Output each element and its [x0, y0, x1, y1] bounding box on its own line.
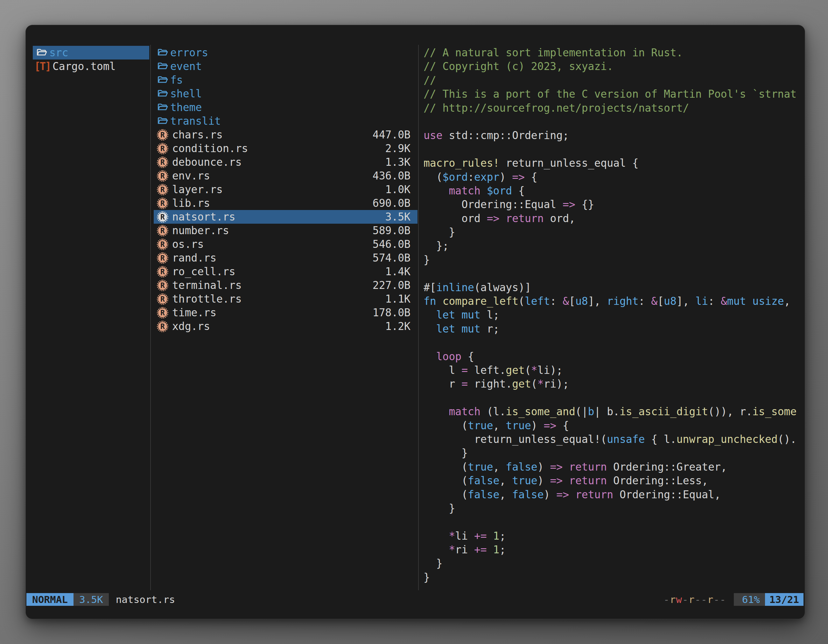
desktop-background: src[T]Cargo.toml errorseventfsshelltheme…	[0, 0, 828, 644]
code-line	[423, 115, 805, 128]
file-name: layer.rs	[172, 183, 223, 196]
file-row-translit[interactable]: translit	[154, 114, 417, 128]
code-line	[423, 336, 805, 349]
code-line: r = right.get(*ri);	[423, 377, 805, 391]
current-panel: errorseventfsshellthemetranslitRchars.rs…	[154, 46, 417, 333]
rust-file-icon: R	[157, 293, 168, 305]
folder-icon	[157, 61, 168, 72]
folder-icon	[157, 88, 168, 100]
code-line: (false, false) => return Ordering::Equal…	[423, 488, 805, 501]
file-name: condition.rs	[172, 142, 248, 155]
code-line: fn compare_left(left: &[u8], right: &[u8…	[423, 294, 805, 308]
file-row-throttle.rs[interactable]: Rthrottle.rs1.1K	[154, 292, 417, 306]
code-line	[423, 391, 805, 405]
parent-panel: src[T]Cargo.toml	[33, 46, 149, 73]
file-size: 690.0B	[373, 197, 416, 209]
file-size: 1.2K	[385, 320, 416, 332]
preview-panel: // A natural sort implementation in Rust…	[423, 46, 805, 591]
file-row-lib.rs[interactable]: Rlib.rs690.0B	[154, 196, 417, 210]
code-line: match (l.is_some_and(|b| b.is_ascii_digi…	[423, 405, 805, 418]
rust-file-icon: R	[157, 307, 168, 318]
cursor-position-badge: 13/21	[765, 593, 803, 606]
code-line: }	[423, 225, 805, 239]
code-line: use std::cmp::Ordering;	[423, 128, 805, 142]
file-row-terminal.rs[interactable]: Rterminal.rs227.0B	[154, 278, 417, 292]
file-size: 2.9K	[385, 142, 416, 155]
file-row-os.rs[interactable]: Ros.rs546.0B	[154, 237, 417, 251]
file-row-ro_cell.rs[interactable]: Rro_cell.rs1.4K	[154, 265, 417, 278]
file-size: 3.5K	[385, 211, 416, 223]
file-name: natsort.rs	[172, 211, 235, 223]
code-line: (true, false) => return Ordering::Greate…	[423, 460, 805, 474]
code-line: //	[423, 74, 805, 87]
code-line: }	[423, 501, 805, 515]
rust-file-icon: R	[157, 129, 168, 141]
code-line: // A natural sort implementation in Rust…	[423, 46, 805, 60]
rust-file-icon: R	[157, 184, 168, 195]
file-name: xdg.rs	[172, 320, 210, 332]
code-line: let mut l;	[423, 308, 805, 322]
file-name: chars.rs	[172, 128, 223, 141]
file-row-condition.rs[interactable]: Rcondition.rs2.9K	[154, 142, 417, 155]
code-line: loop {	[423, 350, 805, 364]
code-line: (true, true) => {	[423, 419, 805, 432]
file-size: 1.0K	[385, 183, 416, 196]
code-line: ($ord:expr) => {	[423, 170, 805, 184]
file-row-env.rs[interactable]: Renv.rs436.0B	[154, 169, 417, 183]
code-line: };	[423, 239, 805, 253]
code-line: *ri += 1;	[423, 543, 805, 556]
file-name: debounce.rs	[172, 156, 242, 168]
code-line: // http://sourcefrog.net/projects/natsor…	[423, 101, 805, 115]
code-line: #[inline(always)]	[423, 280, 805, 294]
file-row-xdg.rs[interactable]: Rxdg.rs1.2K	[154, 320, 417, 333]
file-row-event[interactable]: event	[154, 60, 417, 73]
file-row-debounce.rs[interactable]: Rdebounce.rs1.3K	[154, 155, 417, 169]
file-row-number.rs[interactable]: Rnumber.rs589.0B	[154, 224, 417, 237]
status-filename: natsort.rs	[116, 594, 175, 605]
file-row-src[interactable]: src	[33, 46, 149, 60]
file-name: os.rs	[172, 238, 204, 251]
rust-file-icon: R	[157, 197, 168, 209]
rust-file-icon: R	[157, 252, 168, 264]
file-name: theme	[170, 101, 202, 114]
file-name: errors	[170, 47, 208, 59]
file-name: event	[170, 60, 202, 72]
file-name: number.rs	[172, 224, 229, 237]
file-row-time.rs[interactable]: Rtime.rs178.0B	[154, 306, 417, 320]
code-line: let mut r;	[423, 322, 805, 336]
folder-icon	[157, 102, 168, 113]
code-line: }	[423, 570, 805, 584]
folder-icon	[157, 47, 168, 58]
code-line: // Copyright (c) 2023, sxyazi.	[423, 60, 805, 73]
file-size: 1.1K	[385, 293, 416, 305]
file-row-shell[interactable]: shell	[154, 87, 417, 100]
file-name: time.rs	[172, 306, 216, 319]
file-size: 589.0B	[373, 224, 416, 237]
file-row-theme[interactable]: theme	[154, 100, 417, 114]
file-row-rand.rs[interactable]: Rrand.rs574.0B	[154, 251, 417, 265]
panel-divider-left	[150, 45, 151, 590]
code-line: }	[423, 556, 805, 570]
rust-file-icon: R	[157, 143, 168, 154]
file-row-fs[interactable]: fs	[154, 73, 417, 87]
rust-file-icon: R	[157, 239, 168, 250]
file-name: terminal.rs	[172, 279, 242, 291]
code-line: *li += 1;	[423, 529, 805, 543]
file-row-Cargo.toml[interactable]: [T]Cargo.toml	[33, 60, 149, 73]
folder-icon	[36, 47, 47, 58]
file-name: Cargo.toml	[52, 60, 116, 72]
code-line: return_unless_equal!(unsafe { l.unwrap_u…	[423, 432, 805, 446]
file-row-chars.rs[interactable]: Rchars.rs447.0B	[154, 128, 417, 142]
file-size: 1.3K	[385, 156, 416, 168]
rust-file-icon: R	[157, 211, 168, 223]
file-row-natsort.rs[interactable]: Rnatsort.rs3.5K	[154, 210, 417, 224]
rust-file-icon: R	[157, 280, 168, 291]
file-name: lib.rs	[172, 197, 210, 209]
folder-icon	[157, 74, 168, 86]
file-size: 546.0B	[373, 238, 416, 251]
file-row-errors[interactable]: errors	[154, 46, 417, 60]
file-row-layer.rs[interactable]: Rlayer.rs1.0K	[154, 183, 417, 196]
folder-icon	[157, 116, 168, 127]
code-line: ord => return ord,	[423, 212, 805, 225]
file-size: 178.0B	[373, 306, 416, 319]
